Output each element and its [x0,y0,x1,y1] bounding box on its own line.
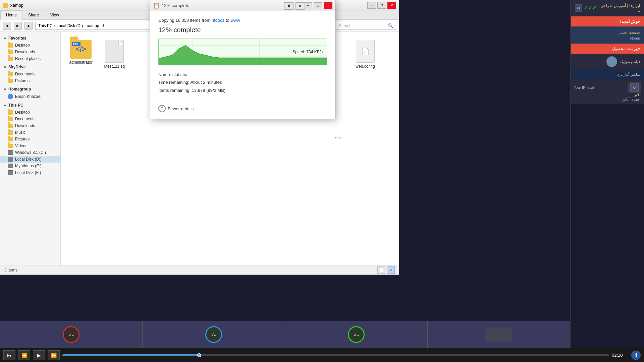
close-button[interactable]: ✕ [387,2,396,9]
taskbar-progress[interactable] [62,354,609,356]
dialog-title-bar: 📋 12% complete ─ □ ✕ [150,0,335,11]
source-link[interactable]: htdocs [212,18,224,23]
maximize-button[interactable]: □ [377,2,386,9]
sidebar-item-pictures[interactable]: Pictures [0,77,60,84]
tab-share[interactable]: Share [22,10,45,19]
check-icons: ✓✓✓ [584,4,597,12]
sidebar-item-music[interactable]: Music [0,129,60,136]
rp-home-label: Home [575,36,640,40]
music-icon [8,130,13,135]
sidebar-item-downloads-pc[interactable]: Downloads [0,122,60,129]
percent-display: 12% complete [158,26,327,34]
sidebar-downloads-pc-label: Downloads [15,123,35,128]
sidebar-item-documents[interactable]: Documents [0,71,60,77]
copying-text: Copying 16,058 items from [158,18,210,23]
sidebar-item-local-d[interactable]: Local Disk (D:) [0,156,60,163]
panel-icon-buttons: ⚙ ✓✓✓ [575,4,597,12]
web-thumb-2[interactable]: مرکز [143,321,285,348]
code-icon: </> [75,45,86,54]
sidebar-header-homegroup[interactable]: ▼ Homegroup [0,85,60,93]
time-label: Time remaining: [158,80,190,85]
list-view-button[interactable]: ☰ [377,266,385,274]
web-thumb-3[interactable]: مرکز [285,321,428,348]
right-panel-title: ابزارها | آموزش طراحی ... [597,3,640,13]
sidebar-header-skydrive[interactable]: ▼ SkyDrive [0,63,60,71]
minimize-button[interactable]: ─ [367,2,376,9]
dialog-control-buttons: ─ □ ✕ [304,2,332,9]
back-button[interactable]: ◀ [3,22,11,30]
tab-home[interactable]: Home [0,10,22,20]
copy-details: Name: statistic Time remaining: About 2 … [158,71,327,94]
documents-folder-icon [8,72,13,76]
sidebar-windows-c-label: Windows 8.1 (C:) [15,150,46,155]
resize-handle[interactable]: ⟺ [337,32,339,265]
prev-prev-button[interactable]: ⏮ [3,350,15,360]
taskbar-time: 02:10 [612,353,629,358]
drive-c-icon [8,150,13,155]
file-item-0test[interactable]: 0test121.sq [101,39,128,70]
rp-online-label: آنلاین [574,93,641,97]
file-item-administrator[interactable]: PHP </> administrator [67,39,94,66]
taskbar-info-button[interactable]: ℹ [631,351,641,360]
sidebar-item-pictures-pc[interactable]: Pictures [0,136,60,142]
thumb-emblem-3: مرکز [348,326,365,343]
pause-button[interactable]: ⏸ [284,2,293,10]
file-item-webconfig[interactable]: 📄 web.config [352,39,379,70]
grid-view-button[interactable]: ⊞ [387,266,395,274]
panel-settings-button[interactable]: ⚙ [575,4,582,12]
thumb-emblem-1: مرکز [63,326,79,343]
forward-button[interactable]: ▶ [14,22,22,30]
play-button[interactable]: ▶ [33,350,45,360]
php-folder-icon: PHP </> [70,40,92,59]
sidebar-item-recent[interactable]: Recent places [0,55,60,62]
dialog-close-button[interactable]: ✕ [324,2,332,9]
sidebar-header-favorites[interactable]: ▼ Favorites [0,35,60,42]
sidebar-item-local-f[interactable]: Local Disk (F:) [0,169,60,176]
dialog-title-left: 📋 12% complete [153,2,189,9]
copy-dialog: 📋 12% complete ─ □ ✕ Copying 16,058 item… [150,0,335,119]
sidebar-item-desktop[interactable]: Desktop [0,42,60,49]
fewer-circle-icon: ⌃ [158,105,166,112]
thispc-arrow-icon: ▼ [3,103,7,107]
prev-button[interactable]: ⏪ [18,350,30,360]
to-text: to [226,18,229,23]
sidebar-item-videos-e[interactable]: My Videos (E:) [0,163,60,169]
thumb-text-2: مرکز [211,333,216,336]
rp-stats-title: نمایش آمار بازد [575,72,640,77]
path-h: h [103,23,105,28]
cancel-copy-button[interactable]: ✕ [296,2,305,10]
sidebar-user-label: Eman Khazaei [15,94,41,99]
sidebar-item-user[interactable]: Eman Khazaei [0,93,60,100]
sidebar-header-this-pc[interactable]: ▼ This PC [0,102,60,109]
dialog-maximize-button[interactable]: □ [314,2,322,9]
web-thumb-4[interactable] [428,321,570,348]
window-title: xampp [10,3,23,8]
user-avatar-icon [8,94,13,99]
dest-link[interactable]: www [230,18,240,23]
fewer-details-button[interactable]: ⌃ Fewer details [158,105,194,112]
sidebar-documents-label: Documents [15,72,36,76]
file-label-webconfig: web.config [356,64,375,69]
sidebar-section-favorites: ▼ Favorites Desktop Downloads Recent pla… [0,35,60,62]
right-panel-header: ⚙ ✓✓✓ ابزارها | آموزش طراحی ... [571,0,644,16]
up-button[interactable]: ▲ [24,22,33,30]
search-box[interactable]: Search 🔍 [336,22,396,30]
items-line: Items remaining: 13,879 (99/2 MB) [158,86,327,94]
tab-view[interactable]: View [45,10,65,19]
rp-counters: Your IP local 0 [574,82,641,93]
sidebar-item-windows-c[interactable]: Windows 8.1 (C:) [0,149,60,156]
time-line: Time remaining: About 2 minutes [158,78,327,86]
sidebar-documents-pc-label: Documents [15,117,36,121]
sidebar-item-documents-pc[interactable]: Documents [0,116,60,122]
web-thumb-1[interactable]: مرکز [0,321,143,348]
sidebar-item-videos[interactable]: Videos [0,142,60,149]
sidebar-local-f-label: Local Disk (F:) [15,170,41,175]
sidebar-videos-label: Videos [15,143,27,148]
sidebar-item-desktop-pc[interactable]: Desktop [0,109,60,116]
right-panel: ⚙ ✓✓✓ ابزارها | آموزش طراحی ... خوش آمدی… [570,0,644,362]
sidebar-pictures-pc-label: Pictures [15,137,30,141]
sidebar-item-downloads-fav[interactable]: Downloads [0,49,60,55]
copy-dialog-icon: 📋 [153,2,160,9]
next-button[interactable]: ⏩ [48,350,60,360]
rp-film-section: فیلم و موزیک [571,54,644,70]
